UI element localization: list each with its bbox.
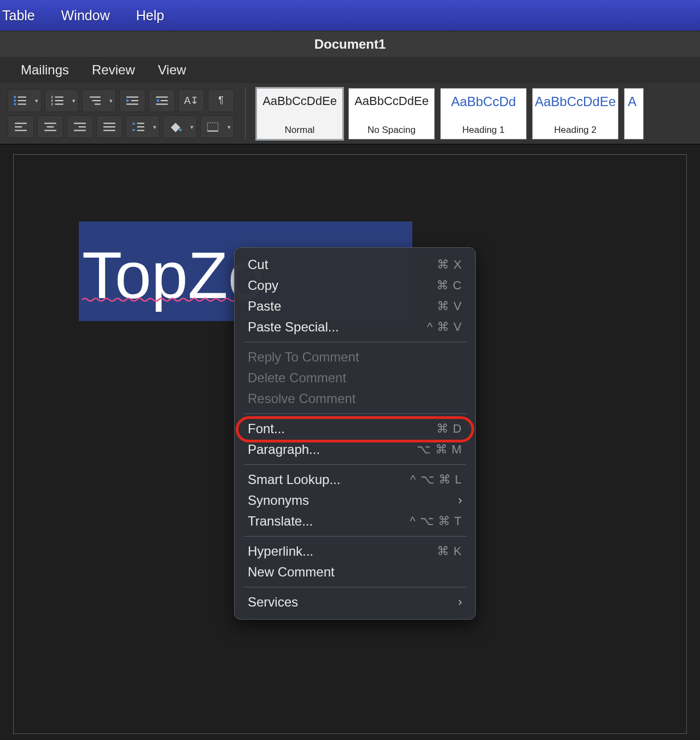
menu-shortcut: ⌘ K	[437, 544, 462, 558]
menu-item-resolve-comment: Resolve Comment	[235, 388, 475, 409]
menu-shortcut: ^ ⌘ V	[427, 320, 462, 334]
tab-view[interactable]: View	[158, 62, 186, 78]
menu-shortcut: ⌘ C	[436, 278, 462, 293]
borders-button[interactable]	[200, 115, 234, 138]
style-label: No Spacing	[368, 125, 416, 136]
menu-item-delete-comment: Delete Comment	[235, 368, 475, 388]
sort-button[interactable]: A↧	[178, 89, 205, 112]
paint-bucket-icon	[168, 121, 183, 132]
decrease-indent-icon	[125, 95, 139, 106]
style-label: Heading 2	[554, 125, 597, 136]
menu-item-hyperlink[interactable]: Hyperlink... ⌘ K	[235, 541, 475, 562]
align-center-button[interactable]	[37, 115, 63, 138]
context-menu: Cut ⌘ X Copy ⌘ C Paste ⌘ V Paste Special…	[234, 247, 476, 620]
svg-marker-39	[132, 129, 136, 131]
document-title: Document1	[314, 37, 386, 52]
menu-item-font[interactable]: Font... ⌘ D	[235, 418, 475, 439]
menu-label: Delete Comment	[248, 370, 346, 386]
svg-point-0	[14, 96, 16, 98]
window-titlebar: Document1	[0, 31, 700, 57]
decrease-indent-button[interactable]	[119, 89, 145, 112]
menu-separator	[243, 413, 466, 414]
style-no-spacing[interactable]: AaBbCcDdEe No Spacing	[348, 88, 435, 139]
menu-shortcut: ⌘ X	[437, 258, 462, 272]
system-menubar: Table Window Help	[0, 0, 700, 31]
menu-separator	[243, 536, 466, 537]
menu-item-paste-special[interactable]: Paste Special... ^ ⌘ V	[235, 317, 475, 337]
menu-item-reply-comment: Reply To Comment	[235, 347, 475, 368]
style-sample: AaBbCcDd	[451, 94, 516, 109]
style-label: Normal	[285, 125, 315, 136]
increase-indent-button[interactable]	[149, 89, 175, 112]
align-left-icon	[14, 121, 28, 132]
menu-window[interactable]: Window	[61, 8, 110, 24]
chevron-right-icon: ›	[458, 595, 462, 609]
numbering-icon	[50, 95, 65, 106]
menu-item-services[interactable]: Services ›	[235, 592, 475, 613]
svg-point-2	[14, 103, 16, 105]
show-marks-button[interactable]: ¶	[208, 89, 234, 112]
styles-gallery: AaBbCcDdEe Normal AaBbCcDdEe No Spacing …	[256, 88, 644, 139]
menu-label: Paste	[248, 299, 281, 314]
menu-separator	[243, 464, 466, 465]
menu-item-paste[interactable]: Paste ⌘ V	[235, 296, 475, 317]
style-sample: AaBbCcDdEe	[354, 94, 429, 108]
menu-label: Hyperlink...	[248, 544, 313, 559]
menu-label: Font...	[248, 421, 285, 436]
menu-label: New Comment	[248, 564, 335, 580]
style-sample: AaBbCcDdEe	[262, 94, 337, 108]
svg-marker-22	[156, 98, 159, 102]
style-sample: A	[628, 94, 637, 109]
style-sample: AaBbCcDdEe	[535, 94, 616, 109]
menu-shortcut: ^ ⌥ ⌘ L	[410, 473, 462, 487]
menu-label: Copy	[248, 278, 278, 293]
shading-button[interactable]	[163, 115, 197, 138]
svg-rect-41	[207, 123, 218, 131]
bullets-icon	[13, 95, 27, 106]
menu-label: Cut	[248, 257, 268, 272]
align-right-button[interactable]	[67, 115, 93, 138]
tab-mailings[interactable]: Mailings	[21, 62, 69, 78]
menu-label: Paragraph...	[248, 442, 320, 457]
menu-help[interactable]: Help	[136, 8, 164, 24]
menu-table[interactable]: Table	[2, 8, 35, 24]
menu-shortcut: ⌘ D	[436, 422, 462, 436]
menu-item-synonyms[interactable]: Synonyms ›	[235, 490, 475, 511]
align-right-icon	[73, 121, 87, 132]
menu-item-translate[interactable]: Translate... ^ ⌥ ⌘ T	[235, 511, 475, 532]
style-heading-3-partial[interactable]: A	[624, 88, 644, 139]
style-heading-2[interactable]: AaBbCcDdEe Heading 2	[532, 88, 619, 139]
bullets-button[interactable]	[8, 89, 42, 112]
menu-item-copy[interactable]: Copy ⌘ C	[235, 275, 475, 296]
line-spacing-button[interactable]	[126, 115, 160, 138]
menu-label: Resolve Comment	[248, 391, 355, 406]
paragraph-group: A↧ ¶	[8, 89, 234, 138]
align-left-button[interactable]	[8, 115, 34, 138]
numbering-button[interactable]	[45, 89, 79, 112]
justify-button[interactable]	[96, 115, 122, 138]
align-center-icon	[43, 121, 57, 132]
menu-label: Synonyms	[248, 493, 309, 508]
menu-shortcut: ^ ⌥ ⌘ T	[410, 514, 462, 528]
menu-separator	[243, 342, 466, 342]
spellcheck-underline	[82, 295, 252, 300]
menu-item-new-comment[interactable]: New Comment	[235, 562, 475, 582]
menu-item-paragraph[interactable]: Paragraph... ⌥ ⌘ M	[235, 439, 475, 460]
menu-label: Translate...	[248, 514, 313, 529]
ribbon-divider	[245, 88, 246, 140]
svg-marker-38	[132, 122, 136, 124]
tab-review[interactable]: Review	[92, 62, 135, 78]
svg-point-40	[179, 129, 182, 131]
borders-icon	[206, 121, 220, 132]
style-heading-1[interactable]: AaBbCcDd Heading 1	[440, 88, 527, 139]
multilevel-list-button[interactable]	[82, 89, 116, 112]
menu-item-smart-lookup[interactable]: Smart Lookup... ^ ⌥ ⌘ L	[235, 469, 475, 490]
menu-shortcut: ⌥ ⌘ M	[417, 442, 462, 457]
ribbon-tabs: Mailings Review View	[0, 57, 700, 83]
menu-item-cut[interactable]: Cut ⌘ X	[235, 254, 475, 275]
style-normal[interactable]: AaBbCcDdEe Normal	[256, 88, 343, 139]
multilevel-list-icon	[88, 95, 102, 106]
increase-indent-icon	[155, 95, 169, 106]
menu-label: Paste Special...	[248, 319, 339, 335]
justify-icon	[102, 121, 116, 132]
